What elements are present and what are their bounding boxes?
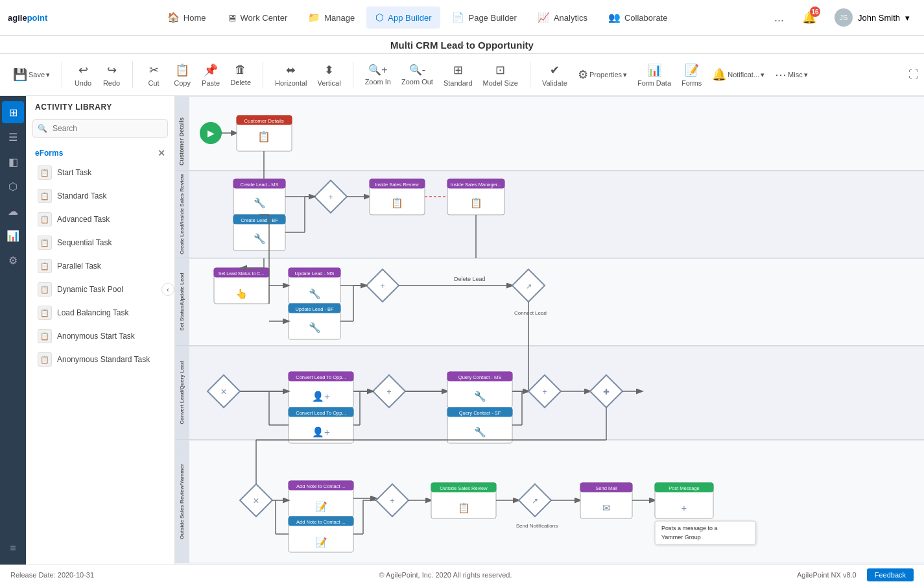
toolbar: 💾 Save ▾ ↩ Undo ↪ Redo ✂ Cut 📋 Copy 📌 Pa… xyxy=(0,54,924,96)
formdata-button[interactable]: 📊 Form Data xyxy=(632,60,676,90)
page-title-bar: ▲ Multi CRM Lead to Opportunity xyxy=(0,36,924,54)
svg-text:Send Notifications: Send Notifications xyxy=(516,523,558,529)
zoomin-button[interactable]: 🔍+ Zoom In xyxy=(360,61,396,88)
sidebar-item-dynamic-task-pool[interactable]: 📋 Dynamic Task Pool ‹ xyxy=(32,278,168,301)
logo[interactable]: agilepoint xyxy=(8,13,47,23)
redo-button[interactable]: ↪ Redo xyxy=(97,60,126,90)
fullscreen-button[interactable]: ⛶ xyxy=(908,69,919,80)
copy-button[interactable]: 📋 Copy xyxy=(168,60,196,90)
toolbar-group-clipboard: ✂ Cut 📋 Copy 📌 Paste 🗑 Delete xyxy=(137,60,259,90)
delete-icon: 🗑 xyxy=(235,63,246,77)
sidebar-item-load-balancing-task[interactable]: 📋 Load Balancing Task xyxy=(32,301,168,324)
sidebar-section-header[interactable]: eForms ✕ xyxy=(32,145,168,161)
canvas-area[interactable]: Customer Details Create Lead/Inside Sale… xyxy=(175,96,924,565)
search-input[interactable] xyxy=(32,119,168,138)
icon-sidebar-list[interactable]: ☰ xyxy=(2,126,24,148)
sidebar-item-start-task[interactable]: 📋 Start Task xyxy=(32,161,168,184)
icon-sidebar-settings[interactable]: ⚙ xyxy=(2,249,24,271)
forms-button[interactable]: 📝 Forms xyxy=(676,60,707,90)
icon-sidebar-grid[interactable]: ⊞ xyxy=(2,101,24,123)
svg-text:+: + xyxy=(542,387,547,396)
nav-analytics[interactable]: 📈 Analytics xyxy=(528,6,597,29)
sequential-task-icon: 📋 xyxy=(38,236,52,250)
notification-badge: 16 xyxy=(810,6,820,17)
icon-sidebar-menu[interactable]: ≡ xyxy=(2,537,24,559)
standard-task-icon: 📋 xyxy=(38,189,52,203)
horizontal-button[interactable]: ⬌ Horizontal xyxy=(270,60,313,90)
toolbar-separator-1 xyxy=(62,62,62,88)
modelsize-button[interactable]: ⊡ Model Size xyxy=(478,60,523,90)
collapse-arrow-top: ▲ xyxy=(459,40,466,47)
svg-text:Yammer Group: Yammer Group xyxy=(661,534,701,541)
paste-button[interactable]: 📌 Paste xyxy=(196,60,225,90)
cut-button[interactable]: ✂ Cut xyxy=(139,60,168,90)
forms-icon: 📝 xyxy=(685,63,699,77)
icon-sidebar-chart[interactable]: 📊 xyxy=(2,225,24,247)
toolbar-separator-3 xyxy=(263,62,263,88)
svg-text:📋: 📋 xyxy=(257,130,270,143)
advanced-task-icon: 📋 xyxy=(38,212,52,226)
svg-text:Update Lead - BF: Update Lead - BF xyxy=(295,306,334,312)
sidebar-item-anonymous-standard-task[interactable]: 📋 Anonymous Standard Task xyxy=(32,348,168,371)
toolbar-group-file: 💾 Save ▾ xyxy=(5,65,58,84)
svg-text:Posts a message to a: Posts a message to a xyxy=(661,525,718,531)
svg-text:+: + xyxy=(380,282,385,291)
nav-appbuilder[interactable]: ⬡ App Builder xyxy=(366,6,440,29)
svg-text:Outside Sales Review: Outside Sales Review xyxy=(440,485,488,491)
zoomout-button[interactable]: 🔍- Zoom Out xyxy=(396,61,438,88)
footer: Release Date: 2020-10-31 © AgilePoint, I… xyxy=(0,565,924,584)
sidebar-item-parallel-task[interactable]: 📋 Parallel Task xyxy=(32,254,168,278)
user-menu-button[interactable]: JS John Smith ▾ xyxy=(828,5,916,30)
nav-collaborate[interactable]: 👥 Collaborate xyxy=(599,6,677,29)
svg-text:Query Contact - SF: Query Contact - SF xyxy=(459,410,501,416)
svg-text:Connect Lead: Connect Lead xyxy=(514,310,547,316)
more-button[interactable]: ... xyxy=(768,7,790,29)
nav-manage[interactable]: 📁 Manage xyxy=(299,6,364,29)
sidebar-item-standard-task[interactable]: 📋 Standard Task xyxy=(32,184,168,208)
svg-text:Delete Lead: Delete Lead xyxy=(454,276,486,282)
feedback-button[interactable]: Feedback xyxy=(867,568,914,581)
paste-icon: 📌 xyxy=(204,63,218,77)
undo-button[interactable]: ↩ Undo xyxy=(69,60,97,90)
footer-right: AgilePoint NX v8.0 Feedback xyxy=(797,568,914,581)
icon-sidebar-puzzle[interactable]: ⬡ xyxy=(2,175,24,197)
copyright: © AgilePoint, Inc. 2020 All rights reser… xyxy=(379,571,512,579)
copy-icon: 📋 xyxy=(175,63,189,77)
svg-text:Set Lead Status to C...: Set Lead Status to C... xyxy=(219,271,264,276)
properties-arrow-icon: ▾ xyxy=(623,71,627,79)
nav-workcenter[interactable]: 🖥 Work Center xyxy=(218,7,297,29)
notifications-button[interactable]: 🔔 16 xyxy=(798,6,820,29)
properties-button[interactable]: ⚙ Properties ▾ xyxy=(573,65,632,84)
sidebar-collapse-toggle[interactable]: ‹ xyxy=(161,283,174,296)
zoomin-icon: 🔍+ xyxy=(368,64,387,76)
svg-text:🔧: 🔧 xyxy=(309,288,321,300)
delete-button[interactable]: 🗑 Delete xyxy=(225,60,256,89)
nav-home[interactable]: 🏠 Home xyxy=(158,6,215,29)
toolbar-group-layout: ⬌ Horizontal ⬍ Vertical xyxy=(267,60,349,90)
sidebar-item-advanced-task[interactable]: 📋 Advanced Task xyxy=(32,208,168,231)
validate-button[interactable]: ✔ Validate xyxy=(537,60,573,90)
svg-text:✕: ✕ xyxy=(253,496,259,505)
icon-sidebar-cloud[interactable]: ☁ xyxy=(2,200,24,222)
svg-text:Create Lead - MS: Create Lead - MS xyxy=(240,182,278,188)
svg-text:👤+: 👤+ xyxy=(312,426,330,438)
svg-text:Create Lead - BF: Create Lead - BF xyxy=(241,217,278,223)
sidebar-item-sequential-task[interactable]: 📋 Sequential Task xyxy=(32,231,168,254)
start-task-icon: 📋 xyxy=(38,165,52,180)
misc-button[interactable]: ⋯ Misc ▾ xyxy=(770,65,813,84)
notifications-toolbar-button[interactable]: 🔔 Notificat... ▾ xyxy=(707,65,770,84)
svg-text:+: + xyxy=(390,496,394,505)
nav-pagebuilder[interactable]: 📄 Page Builder xyxy=(443,6,525,29)
close-icon[interactable]: ✕ xyxy=(158,148,165,158)
standard-button[interactable]: ⊞ Standard xyxy=(438,60,478,90)
save-button[interactable]: 💾 Save ▾ xyxy=(8,65,55,84)
formdata-icon: 📊 xyxy=(647,63,661,77)
toolbar-separator-2 xyxy=(132,62,133,88)
svg-text:↗: ↗ xyxy=(526,282,532,290)
vertical-button[interactable]: ⬍ Vertical xyxy=(313,60,346,90)
svg-text:Customer Details: Customer Details xyxy=(244,118,283,124)
sidebar-item-anonymous-start-task[interactable]: 📋 Anonymous Start Task xyxy=(32,324,168,348)
vertical-icon: ⬍ xyxy=(324,63,334,77)
icon-sidebar-layers[interactable]: ◧ xyxy=(2,151,24,173)
canvas-scroll[interactable]: Customer Details Create Lead/Inside Sale… xyxy=(175,96,924,565)
